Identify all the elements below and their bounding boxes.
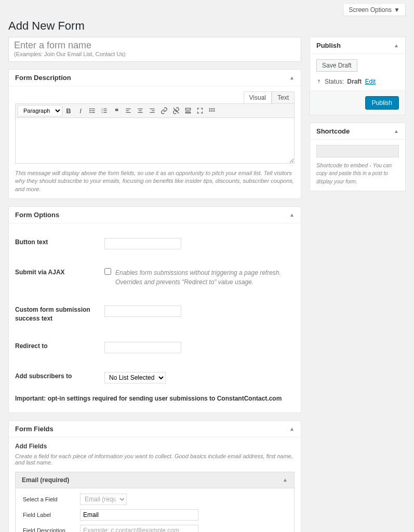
align-center-icon[interactable] (135, 105, 146, 116)
tab-visual[interactable]: Visual (244, 91, 272, 104)
form-name-box: (Examples: Join Our Email List, Contact … (8, 37, 301, 62)
submit-ajax-checkbox[interactable] (104, 268, 111, 275)
tab-text[interactable]: Text (272, 91, 295, 104)
publish-button[interactable]: Publish (365, 96, 399, 110)
form-description-panel: Form Description ▲ Visual Text Paragraph… (8, 69, 301, 199)
screen-options-button[interactable]: Screen Options ▼ (343, 4, 406, 16)
read-more-icon[interactable] (182, 105, 194, 116)
toggle-field-icon[interactable]: ▲ (283, 477, 288, 483)
svg-rect-22 (185, 108, 190, 110)
edit-status-link[interactable]: Edit (365, 78, 376, 85)
numbered-list-icon[interactable]: 123 (99, 105, 110, 116)
svg-rect-28 (209, 110, 210, 111)
bulleted-list-icon[interactable] (87, 105, 98, 116)
toggle-panel-icon[interactable]: ▲ (289, 75, 295, 81)
publish-heading: Publish (316, 42, 341, 49)
svg-rect-30 (213, 110, 215, 111)
toggle-panel-icon[interactable]: ▲ (289, 426, 295, 432)
form-description-hint: This message will display above the form… (15, 169, 295, 193)
shortcode-panel: Shortcode ▲ Shortcode to embed - You can… (310, 123, 406, 191)
status-value: Draft (347, 78, 362, 85)
form-fields-heading: Form Fields (15, 425, 54, 433)
bold-icon[interactable]: B (63, 105, 74, 116)
shortcode-input[interactable] (316, 145, 399, 157)
status-label: Status: (325, 78, 344, 85)
publish-panel: Publish ▲ Save Draft Status: Draft Edit … (310, 37, 406, 115)
success-text-input[interactable] (104, 305, 181, 317)
align-right-icon[interactable] (146, 105, 158, 116)
form-name-input[interactable] (14, 40, 296, 51)
link-icon[interactable] (158, 105, 170, 116)
svg-rect-24 (185, 112, 190, 113)
submit-ajax-label: Submit via AJAX (15, 268, 104, 277)
svg-rect-29 (211, 110, 212, 111)
field-card-title: Email (required) (22, 476, 69, 484)
fullscreen-icon[interactable] (194, 105, 206, 116)
button-text-input[interactable] (104, 238, 181, 249)
button-text-label: Button text (15, 238, 104, 247)
blockquote-icon[interactable]: ❝ (111, 105, 122, 116)
select-a-field-label: Select a Field (23, 496, 80, 502)
svg-point-3 (90, 109, 90, 109)
svg-rect-27 (213, 108, 215, 109)
success-text-label: Custom form submission success text (15, 305, 104, 323)
shortcode-hint: Shortcode to embed - You can copy and pa… (316, 162, 399, 185)
form-name-examples: (Examples: Join Our Email List, Contact … (14, 51, 296, 57)
field-description-label: Field Description (23, 527, 80, 532)
svg-rect-25 (209, 108, 210, 109)
form-description-heading: Form Description (15, 74, 71, 82)
form-options-panel: Form Options ▲ Button text Submit via AJ… (8, 206, 301, 413)
add-fields-hint: Create a field for each piece of informa… (15, 453, 295, 466)
select-a-field-select[interactable]: Email (required) (80, 494, 127, 505)
editor-toolbar: Paragraph B I 123 ❝ (15, 103, 295, 118)
svg-point-5 (90, 112, 90, 113)
optin-important-note: Important: opt-in settings required for … (15, 393, 295, 407)
add-fields-title: Add Fields (15, 443, 295, 450)
svg-point-4 (90, 110, 90, 111)
page-title: Add New Form (8, 19, 406, 33)
form-options-heading: Form Options (15, 211, 59, 219)
svg-text:3: 3 (101, 111, 103, 114)
field-card: Email (required) ▲ Select a Field Email … (15, 472, 295, 532)
submit-ajax-desc: Enables form submissions without trigger… (115, 268, 295, 287)
toggle-panel-icon[interactable]: ▲ (394, 128, 399, 134)
add-subscribers-select[interactable]: No List Selected (104, 372, 166, 383)
align-left-icon[interactable] (123, 105, 134, 116)
svg-point-31 (318, 79, 319, 81)
svg-rect-26 (211, 108, 212, 109)
chevron-down-icon: ▼ (394, 6, 400, 14)
svg-rect-32 (319, 81, 319, 83)
editor-textarea[interactable] (15, 118, 295, 164)
add-subscribers-label: Add subscribers to (15, 372, 104, 381)
toggle-panel-icon[interactable]: ▲ (289, 212, 295, 218)
unlink-icon[interactable] (170, 105, 182, 116)
redirect-to-input[interactable] (104, 342, 181, 353)
field-label-input[interactable] (80, 509, 198, 521)
field-description-input[interactable] (80, 525, 198, 532)
toggle-panel-icon[interactable]: ▲ (394, 43, 399, 48)
screen-options-label: Screen Options (349, 6, 392, 14)
save-draft-button[interactable]: Save Draft (316, 59, 357, 72)
pin-icon (316, 78, 322, 85)
italic-icon[interactable]: I (75, 105, 86, 116)
format-select[interactable]: Paragraph (18, 105, 62, 116)
field-label-label: Field Label (23, 512, 80, 518)
toolbar-toggle-icon[interactable] (206, 105, 218, 116)
redirect-to-label: Redirect to (15, 342, 104, 351)
form-fields-panel: Form Fields ▲ Add Fields Create a field … (8, 420, 301, 532)
shortcode-heading: Shortcode (316, 127, 350, 135)
